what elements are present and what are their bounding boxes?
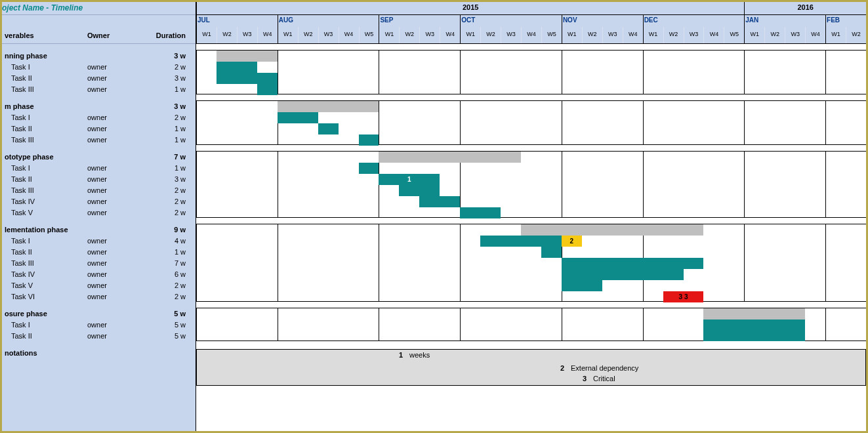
week-cell: W3: [602, 27, 623, 43]
task-owner: owner: [87, 85, 140, 93]
task-name: Task II: [2, 74, 87, 82]
task-duration: 3 w: [140, 74, 192, 82]
task-name: Task II: [2, 125, 87, 133]
task-row: Task IIowner1 w: [2, 123, 196, 134]
annotations-panel: 1weeks2External dependency3Critical: [196, 349, 866, 386]
month-cell: FEB: [825, 15, 866, 27]
task-duration: 9 w: [140, 226, 192, 234]
task-duration: 5 w: [140, 321, 192, 329]
gantt-phase-block: [196, 100, 866, 145]
task-duration: 2 w: [140, 63, 192, 71]
task-duration: 5 w: [140, 332, 192, 340]
week-cell: W2: [582, 27, 602, 43]
gantt-bar-task[interactable]: [480, 236, 562, 247]
project-title: oject Name - Timeline: [2, 2, 196, 15]
right-pane: 20152016 JULAUGSEPOCTNOVDECJANFEB W1W2W3…: [196, 2, 866, 431]
month-cell: DEC: [643, 15, 745, 27]
task-name: Task III: [2, 85, 87, 93]
gantt-phase-block: [196, 50, 866, 94]
week-cell: W5: [359, 27, 379, 43]
task-name: Task I: [2, 321, 87, 329]
gantt-bar-task[interactable]: [460, 207, 501, 218]
annotation-key: 2: [555, 364, 564, 372]
annotation-key: 3: [577, 375, 587, 382]
gantt-bar-task[interactable]: [399, 185, 440, 196]
gantt-bar-summary[interactable]: [217, 51, 278, 62]
task-name: Task II: [2, 175, 87, 183]
gantt-bar-task[interactable]: [703, 320, 805, 331]
task-duration: 2 w: [140, 209, 192, 216]
task-row: Task Iowner4 w: [2, 235, 196, 246]
task-row: Task IIowner1 w: [2, 246, 196, 257]
task-name: Task III: [2, 186, 87, 194]
task-owner: owner: [87, 164, 140, 172]
gantt-bar-task[interactable]: [359, 163, 379, 174]
task-duration: 7 w: [140, 153, 192, 161]
task-name: Task I: [2, 63, 87, 71]
task-owner: owner: [87, 197, 140, 205]
gantt-bar-task[interactable]: [562, 280, 602, 291]
task-name: Task I: [2, 113, 87, 121]
gantt-bar-task[interactable]: [217, 73, 278, 84]
gantt-bar-summary[interactable]: [521, 224, 703, 236]
task-duration: 1 w: [140, 248, 192, 256]
task-row: Task IVowner2 w: [2, 196, 196, 207]
task-row: Task Iowner2 w: [2, 61, 196, 72]
task-duration: 1 w: [140, 85, 192, 93]
task-name: Task V: [2, 209, 87, 216]
gantt-bar-crit[interactable]: 3 3: [663, 291, 704, 302]
week-cell: W4: [257, 27, 278, 43]
annotation-item: 3Critical: [577, 375, 615, 382]
week-cell: W4: [703, 27, 724, 43]
task-owner: owner: [87, 186, 140, 194]
task-row: Task IIowner3 w: [2, 173, 196, 184]
task-row: Task IIowner5 w: [2, 330, 196, 341]
annotation-item: 2External dependency: [555, 364, 638, 372]
gantt-bar-task[interactable]: [257, 84, 278, 95]
gantt-bar-task[interactable]: [359, 134, 379, 146]
annotations-label: notations: [2, 349, 196, 360]
task-row: Task Iowner2 w: [2, 112, 196, 123]
annotation-text: External dependency: [571, 364, 638, 372]
gantt-bar-task[interactable]: [562, 269, 684, 280]
gantt-bar-task[interactable]: [703, 331, 805, 341]
phase-name: lementation phase: [2, 226, 87, 234]
gantt-bar-summary[interactable]: [278, 101, 379, 112]
left-pane: oject Name - Timeline verables Owner Dur…: [2, 2, 196, 431]
task-duration: 2 w: [140, 186, 192, 194]
gantt-bar-task[interactable]: 1: [379, 174, 440, 185]
gantt-bar-task[interactable]: [318, 123, 339, 134]
phase-row: lementation phase9 w: [2, 224, 196, 235]
gantt-bar-task[interactable]: [217, 62, 257, 73]
gantt-bar-summary[interactable]: [703, 308, 805, 320]
gantt-bar-task[interactable]: [278, 112, 318, 123]
left-column-headers: verables Owner Duration: [2, 15, 196, 44]
week-cell: W4: [623, 27, 643, 43]
week-cell: W2: [399, 27, 419, 43]
gantt-phase-block: 23 3: [196, 224, 866, 302]
week-cell: W1: [460, 27, 480, 43]
week-cell: W1: [562, 27, 582, 43]
task-duration: 1 w: [140, 125, 192, 133]
task-duration: 7 w: [140, 259, 192, 267]
task-name: Task V: [2, 281, 87, 289]
gantt-bar-task[interactable]: [541, 247, 562, 258]
task-duration: 5 w: [140, 310, 192, 318]
task-row: Task VIowner2 w: [2, 291, 196, 302]
task-duration: 6 w: [140, 270, 192, 278]
task-duration: 2 w: [140, 281, 192, 289]
task-owner: owner: [87, 270, 140, 278]
phase-name: nning phase: [2, 52, 87, 60]
month-cell: NOV: [562, 15, 643, 27]
week-cell: W2: [298, 27, 318, 43]
task-owner: owner: [87, 281, 140, 289]
week-cell: W4: [805, 27, 825, 43]
gantt-bar-task[interactable]: [562, 258, 704, 269]
annotation-text: Critical: [593, 375, 615, 382]
week-cell: W2: [480, 27, 501, 43]
gantt-bar-task[interactable]: [419, 196, 460, 207]
week-cell: W5: [724, 27, 744, 43]
gantt-phase-block: 1: [196, 151, 866, 218]
gantt-bar-summary[interactable]: [379, 152, 521, 163]
gantt-bar-extdep[interactable]: 2: [562, 236, 582, 247]
